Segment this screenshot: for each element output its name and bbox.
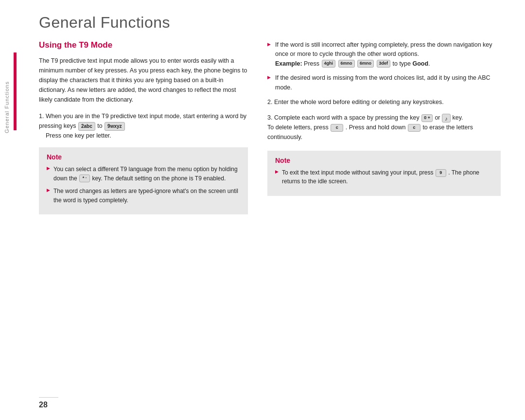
- note-item-right-1: To exit the text input mode without savi…: [275, 168, 493, 186]
- sidebar-accent: [14, 52, 17, 130]
- note-title-right: Note: [275, 157, 493, 164]
- key-clear-2: c: [408, 124, 420, 132]
- key-2abc: 2abc: [78, 122, 95, 131]
- intro-paragraph: The T9 predictive text input mode allows…: [39, 56, 248, 105]
- page-title: General Functions: [0, 0, 525, 40]
- key-9wxyz: 9wxyz: [105, 122, 124, 131]
- note-box-left: Note You can select a different T9 langu…: [39, 147, 248, 214]
- sidebar-label: General Functions: [0, 58, 14, 156]
- note-item-1: You can select a different T9 language f…: [47, 165, 240, 183]
- key-9-exit: 9: [436, 169, 446, 177]
- key-3def: 3def: [377, 60, 391, 68]
- step-2: 2. Enter the whole word before editing o…: [267, 97, 501, 107]
- right-column: If the word is still incorrect after typ…: [262, 40, 501, 412]
- left-column: Using the T9 Mode The T9 predictive text…: [39, 40, 262, 412]
- key-6mno-2: 6mno: [357, 60, 374, 68]
- step-3: 3. Complete each word with a space by pr…: [267, 113, 501, 142]
- bullet-item-1: If the word is still incorrect after typ…: [267, 40, 501, 69]
- bullet-item-2: If the desired word is missing from the …: [267, 73, 501, 92]
- music-key: ♪: [442, 114, 451, 122]
- note-item-2: The word changes as letters are typed-ig…: [47, 187, 240, 205]
- key-clear-1: c: [331, 124, 343, 132]
- note-title-left: Note: [47, 153, 240, 161]
- main-content: Using the T9 Mode The T9 predictive text…: [0, 40, 525, 412]
- section-title: Using the T9 Mode: [39, 40, 248, 50]
- page-number: 28: [39, 397, 58, 409]
- key-star: * ·: [79, 175, 90, 182]
- step-1: 1. When you are in the T9 predictive tex…: [39, 111, 248, 140]
- key-0: 0 +: [421, 114, 433, 122]
- key-4ghi: 4ghi: [322, 60, 336, 68]
- key-6mno-1: 6mno: [338, 60, 355, 68]
- note-box-right: Note To exit the text input mode without…: [267, 151, 501, 196]
